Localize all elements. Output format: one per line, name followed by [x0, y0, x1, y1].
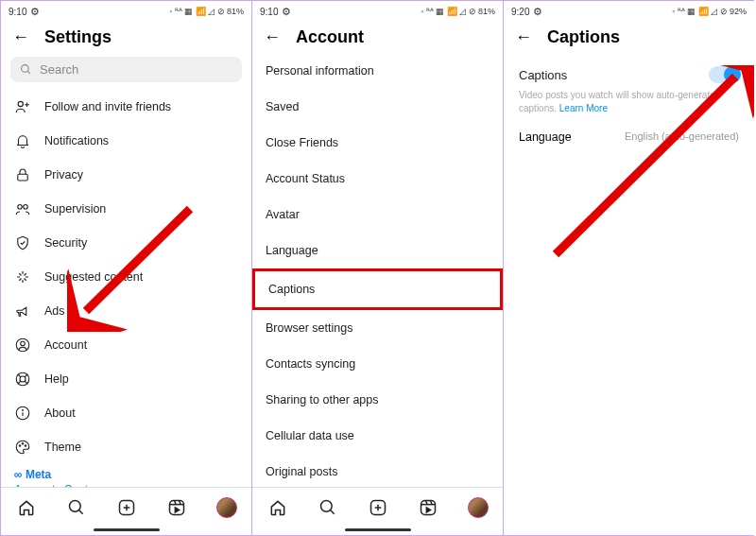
home-icon[interactable]: [16, 497, 37, 518]
menu-item-close-friends[interactable]: Close Friends: [252, 125, 503, 161]
home-icon[interactable]: [267, 497, 288, 518]
menu-item-cellular-data-use[interactable]: Cellular data use: [252, 418, 503, 454]
create-icon[interactable]: [116, 497, 137, 518]
menu-item-language[interactable]: Language: [252, 233, 503, 268]
status-icons: ◦ ᴿᴬ ▦ 📶 ◿ ⊘: [672, 7, 728, 16]
svg-rect-27: [169, 500, 183, 514]
captions-label: Captions: [519, 68, 567, 82]
menu-item-sharing-to-other-apps[interactable]: Sharing to other apps: [252, 382, 503, 418]
user-plus-icon: [14, 98, 31, 115]
reels-icon[interactable]: [418, 497, 438, 518]
menu-item-notifications[interactable]: Notifications: [1, 124, 251, 158]
svg-point-2: [18, 101, 23, 106]
language-label: Language: [519, 130, 572, 144]
menu-label: Notifications: [44, 134, 109, 147]
back-arrow-icon[interactable]: ←: [264, 27, 281, 47]
menu-label: Close Friends: [266, 136, 338, 149]
menu-item-avatar[interactable]: Avatar: [252, 197, 503, 233]
user-circle-icon: [14, 337, 31, 354]
users-icon: [14, 200, 31, 217]
menu-item-security[interactable]: Security: [1, 226, 251, 260]
menu-item-follow-invite[interactable]: Follow and invite friends: [1, 90, 251, 124]
status-time: 9:10: [9, 7, 26, 17]
menu-label: Personal information: [266, 64, 374, 78]
svg-line-1: [27, 71, 30, 74]
menu-item-saved[interactable]: Saved: [252, 89, 503, 125]
svg-rect-37: [421, 500, 435, 514]
svg-point-9: [21, 341, 26, 346]
status-battery: 81%: [478, 7, 495, 16]
menu-label: Sharing to other apps: [266, 393, 379, 406]
account-menu: Personal informationSavedClose FriendsAc…: [252, 53, 503, 487]
profile-icon[interactable]: [468, 497, 489, 518]
status-bar: 9:10 ⚙ ◦ ᴿᴬ ▦ 📶 ◿ ⊘ 81%: [252, 1, 503, 22]
settings-gear-icon: ⚙: [30, 6, 40, 18]
menu-item-about[interactable]: About: [1, 396, 251, 430]
search-nav-icon[interactable]: [66, 497, 87, 518]
svg-line-15: [18, 381, 21, 384]
page-title: Account: [296, 27, 364, 47]
home-indicator: [94, 528, 160, 531]
back-arrow-icon[interactable]: ←: [12, 27, 29, 47]
create-icon[interactable]: [368, 497, 388, 518]
lock-icon: [14, 166, 31, 183]
menu-item-account[interactable]: Account: [1, 328, 251, 362]
menu-label: Avatar: [266, 208, 300, 221]
sparkles-icon: [14, 268, 31, 285]
menu-label: Contacts syncing: [266, 357, 355, 371]
captions-toggle[interactable]: [709, 66, 739, 83]
page-title: Settings: [44, 27, 112, 47]
status-icons: ◦ ᴿᴬ ▦ 📶 ◿ ⊘: [169, 7, 225, 16]
page-title: Captions: [547, 27, 620, 47]
menu-item-original-posts[interactable]: Original posts: [252, 454, 503, 487]
profile-icon[interactable]: [216, 497, 237, 518]
svg-point-11: [20, 376, 26, 382]
home-indicator: [345, 528, 411, 531]
captions-description: Video posts you watch will show auto-gen…: [519, 89, 739, 115]
bottom-nav: [1, 487, 251, 527]
status-battery: 92%: [730, 7, 747, 16]
menu-label: Account: [44, 338, 87, 352]
header: ← Account: [252, 22, 503, 53]
svg-line-12: [18, 374, 21, 377]
svg-point-21: [25, 445, 26, 447]
menu-item-supervision[interactable]: Supervision: [1, 192, 251, 226]
meta-footer: ∞ Meta Accounts Center Control settings …: [1, 464, 251, 487]
menu-item-captions[interactable]: Captions: [252, 268, 503, 310]
shield-check-icon: [14, 234, 31, 251]
search-nav-icon[interactable]: [318, 497, 338, 518]
bottom-nav: [252, 487, 503, 527]
menu-item-browser-settings[interactable]: Browser settings: [252, 310, 503, 346]
status-battery: 81%: [227, 7, 244, 16]
menu-label: Cellular data use: [266, 429, 354, 442]
search-placeholder: Search: [40, 62, 78, 77]
menu-label: Suggested content: [44, 270, 143, 284]
captions-toggle-row: Captions: [519, 66, 739, 83]
language-row[interactable]: Language English (auto-generated): [519, 130, 739, 144]
menu-label: Account Status: [266, 172, 345, 185]
menu-item-ads[interactable]: Ads: [1, 294, 251, 328]
menu-item-help[interactable]: Help: [1, 362, 251, 396]
menu-item-account-status[interactable]: Account Status: [252, 161, 503, 197]
megaphone-icon: [14, 303, 31, 320]
menu-label: Help: [44, 372, 69, 386]
menu-item-personal-information[interactable]: Personal information: [252, 53, 503, 89]
captions-screen: 9:20 ⚙ ◦ ᴿᴬ ▦ 📶 ◿ ⊘ 92% ← Captions Capti…: [503, 0, 754, 536]
menu-item-theme[interactable]: Theme: [1, 430, 251, 464]
settings-gear-icon: ⚙: [282, 6, 291, 18]
meta-logo: ∞ Meta: [14, 468, 238, 481]
search-input[interactable]: Search: [10, 57, 242, 82]
svg-point-0: [22, 65, 29, 73]
menu-label: Security: [44, 236, 87, 250]
back-arrow-icon[interactable]: ←: [515, 27, 532, 47]
reels-icon[interactable]: [166, 497, 187, 518]
settings-screen: 9:10 ⚙ ◦ ᴿᴬ ▦ 📶 ◿ ⊘ 81% ← Settings Searc…: [0, 0, 251, 536]
learn-more-link[interactable]: Learn More: [559, 103, 608, 113]
menu-item-contacts-syncing[interactable]: Contacts syncing: [252, 346, 503, 382]
settings-gear-icon: ⚙: [533, 6, 542, 18]
menu-item-suggested[interactable]: Suggested content: [1, 260, 251, 294]
captions-body: Captions Video posts you watch will show…: [504, 53, 754, 157]
svg-point-7: [24, 205, 28, 210]
header: ← Settings: [1, 22, 251, 53]
menu-item-privacy[interactable]: Privacy: [1, 158, 251, 192]
